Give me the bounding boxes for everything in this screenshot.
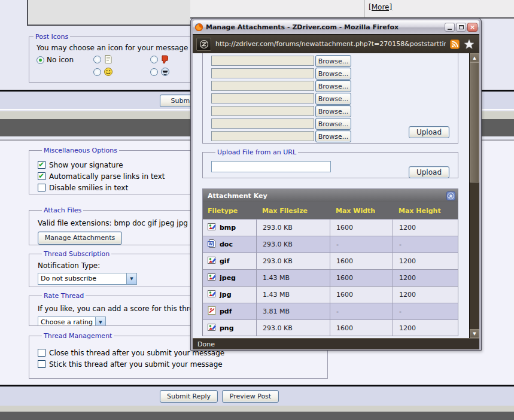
checkbox-unchecked[interactable] — [38, 360, 45, 368]
file-input[interactable] — [211, 68, 314, 78]
submit-reply-button[interactable]: Submit Reply — [160, 390, 218, 403]
filetype-label: pdf — [220, 308, 232, 315]
attachment-key-panel: Attachment Key Filetype Max Filesize Max… — [202, 188, 458, 336]
browse-button[interactable]: Browse... — [315, 118, 351, 130]
preview-post-button[interactable]: Preview Post — [222, 390, 279, 403]
max-height-cell: - — [393, 303, 458, 319]
file-input[interactable] — [211, 93, 314, 104]
attach-files-legend: Attach Files — [42, 206, 83, 214]
rss-icon[interactable] — [450, 39, 460, 49]
file-upload-row: Browse... — [211, 93, 458, 105]
browse-button[interactable]: Browse... — [315, 80, 351, 92]
attachment-key-header: Attachment Key — [203, 189, 458, 202]
browse-button[interactable]: Browse... — [315, 68, 351, 80]
page-viewport: Browse... Browse... Browse... Browse... … — [193, 53, 479, 338]
filetype-label: jpeg — [220, 274, 236, 282]
max-height-cell: 1200 — [393, 253, 458, 269]
thread-management-legend: Thread Management — [42, 332, 114, 340]
radio-post-icon[interactable] — [93, 54, 113, 64]
max-width-cell: - — [330, 236, 393, 252]
url-bar[interactable]: http://zdriver.com/forums/newattachment.… — [215, 40, 446, 48]
max-width-cell: 1600 — [330, 320, 393, 336]
upload-url-fieldset: Upload File from an URL Upload — [202, 148, 458, 178]
gray-separator-band — [0, 406, 514, 412]
radio-no-icon[interactable]: No icon — [37, 56, 74, 64]
notification-type-select[interactable]: Do not subscribe ▼ — [38, 273, 137, 285]
select-value: Do not subscribe — [41, 275, 96, 282]
manage-attachments-button[interactable]: Manage Attachments — [38, 232, 122, 245]
file-input[interactable] — [211, 56, 314, 66]
post-icons-legend: Post Icons — [34, 33, 70, 41]
column-header: Max Filesize — [256, 207, 330, 215]
minimize-button[interactable] — [445, 23, 455, 32]
image-file-icon — [207, 322, 217, 334]
attachment-key-title: Attachment Key — [208, 192, 446, 200]
file-input[interactable] — [211, 131, 314, 141]
max-width-cell: 1600 — [330, 220, 393, 236]
max-width-cell: 1600 — [330, 253, 393, 269]
url-upload-input[interactable] — [211, 161, 331, 172]
file-upload-row: Browse... — [211, 80, 458, 93]
upload-button[interactable]: Upload — [409, 126, 449, 138]
file-upload-row: Browse... — [211, 55, 458, 68]
radio-button[interactable] — [150, 56, 158, 63]
max-height-cell: - — [393, 236, 458, 252]
window-titlebar[interactable]: Manage Attachments - ZDriver.com - Mozil… — [193, 20, 479, 34]
chevron-down-icon[interactable]: ▼ — [95, 317, 105, 327]
radio-post-icon[interactable] — [150, 67, 170, 77]
close-button[interactable]: × — [467, 23, 477, 32]
radio-post-icon[interactable] — [150, 54, 170, 64]
chevron-down-icon[interactable]: ▼ — [126, 273, 136, 284]
table-row: jpg 1.43 MB 1600 1200 — [203, 286, 458, 303]
checkbox-unchecked[interactable] — [38, 349, 45, 357]
max-filesize-cell: 293.0 KB — [256, 220, 330, 236]
window-controls: × — [445, 23, 477, 32]
radio-button[interactable] — [93, 68, 101, 76]
checkbox-checked[interactable] — [38, 161, 45, 169]
browse-button[interactable]: Browse... — [315, 130, 351, 142]
file-input[interactable] — [211, 118, 314, 129]
radio-post-icon[interactable] — [93, 67, 113, 77]
max-height-cell: 1200 — [393, 220, 458, 236]
firefox-icon — [194, 23, 203, 32]
manage-attachments-window: Manage Attachments - ZDriver.com - Mozil… — [190, 18, 482, 351]
status-bar: Done — [193, 338, 479, 349]
radio-button-selected[interactable] — [37, 56, 44, 64]
radio-button[interactable] — [93, 56, 101, 63]
browse-button[interactable]: Browse... — [315, 105, 351, 117]
scroll-down-button[interactable]: ▼ — [470, 329, 479, 338]
dark-footer-band — [0, 412, 514, 420]
column-header: Max Width — [330, 207, 393, 215]
upload-url-button[interactable]: Upload — [409, 166, 449, 178]
checkbox-checked[interactable] — [38, 172, 45, 180]
screen: [More] Post Icons You may choose an icon… — [0, 0, 514, 420]
radio-button[interactable] — [150, 68, 158, 76]
more-link[interactable]: [More] — [369, 3, 392, 11]
max-filesize-cell: 1.43 MB — [256, 270, 330, 286]
scroll-up-button[interactable]: ▲ — [470, 53, 479, 62]
maximize-button[interactable] — [456, 23, 466, 32]
max-height-cell: 1200 — [393, 270, 458, 286]
checkbox-row[interactable]: Stick this thread after you submit your … — [38, 358, 327, 370]
thumbs-down-icon — [160, 54, 170, 64]
file-input[interactable] — [211, 106, 314, 116]
max-filesize-cell: 3.81 MB — [256, 303, 330, 319]
table-row: bmp 293.0 KB 1600 1200 — [203, 219, 458, 236]
scroll-thumb[interactable] — [470, 62, 479, 182]
column-header: Max Height — [393, 207, 458, 215]
max-height-cell: 1200 — [393, 287, 458, 303]
checkbox-label: Automatically parse links in text — [49, 172, 165, 181]
site-favicon[interactable] — [196, 38, 211, 51]
browse-button[interactable]: Browse... — [315, 55, 351, 67]
bookmark-star-icon[interactable] — [464, 39, 475, 50]
thread-subscription-legend: Thread Subscription — [42, 250, 111, 258]
rating-select[interactable]: Choose a rating ▼ — [38, 316, 106, 327]
filetype-label: png — [220, 324, 234, 332]
select-value: Choose a rating — [41, 318, 93, 326]
top-strip: [More] — [190, 0, 514, 19]
file-input[interactable] — [211, 81, 314, 91]
browse-button[interactable]: Browse... — [315, 93, 351, 105]
collapse-icon[interactable] — [446, 191, 455, 200]
checkbox-unchecked[interactable] — [38, 184, 45, 191]
scrollbar[interactable]: ▲ ▼ — [469, 53, 479, 338]
